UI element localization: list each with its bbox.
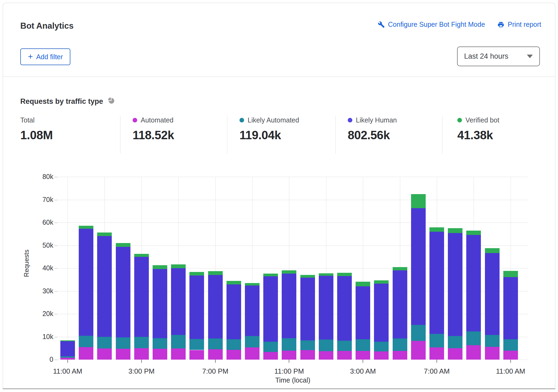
bar-segment-likely-human[interactable] [319, 276, 333, 340]
bar-segment-automated[interactable] [227, 350, 241, 360]
bar-segment-likely-automated[interactable] [189, 339, 204, 350]
bar-segment-likely-automated[interactable] [116, 337, 130, 349]
bar-segment-verified-bot[interactable] [263, 274, 278, 276]
bar-segment-likely-automated[interactable] [208, 338, 223, 349]
bar-segment-verified-bot[interactable] [300, 275, 315, 278]
bar-segment-likely-automated[interactable] [374, 342, 389, 351]
bar-segment-likely-human[interactable] [263, 276, 278, 342]
bar-segment-verified-bot[interactable] [60, 340, 75, 341]
bar-segment-verified-bot[interactable] [503, 271, 518, 277]
bar-segment-likely-automated[interactable] [227, 339, 241, 350]
bar-segment-likely-human[interactable] [189, 275, 204, 339]
bar-segment-likely-automated[interactable] [153, 338, 167, 349]
bar-segment-likely-automated[interactable] [245, 336, 260, 347]
bar-segment-likely-automated[interactable] [429, 334, 444, 347]
configure-super-bot-fight-mode-link[interactable]: Configure Super Bot Fight Mode [378, 21, 485, 28]
bar-segment-likely-human[interactable] [393, 270, 407, 339]
bar-segment-verified-bot[interactable] [411, 194, 426, 208]
bar-segment-verified-bot[interactable] [227, 281, 241, 284]
stat-total[interactable]: Total1.08M [20, 116, 53, 142]
bar-segment-automated[interactable] [97, 348, 112, 360]
bar-segment-verified-bot[interactable] [134, 254, 149, 257]
bar-segment-likely-automated[interactable] [79, 336, 93, 347]
bar-segment-verified-bot[interactable] [79, 226, 93, 229]
bar-segment-verified-bot[interactable] [356, 282, 370, 286]
bar-segment-verified-bot[interactable] [466, 231, 481, 235]
bar-segment-likely-human[interactable] [208, 275, 223, 339]
bar-segment-likely-human[interactable] [282, 274, 296, 338]
bar-segment-automated[interactable] [337, 351, 352, 360]
bar-segment-automated[interactable] [429, 347, 444, 360]
bar-segment-automated[interactable] [116, 349, 130, 360]
bar-segment-likely-human[interactable] [153, 269, 167, 338]
bar-segment-automated[interactable] [282, 351, 296, 360]
bar-segment-automated[interactable] [171, 348, 186, 360]
print-report-link[interactable]: Print report [497, 21, 541, 28]
bar-segment-likely-human[interactable] [356, 286, 370, 339]
bar-segment-automated[interactable] [503, 351, 518, 360]
bar-segment-automated[interactable] [134, 348, 149, 360]
bar-segment-likely-automated[interactable] [356, 339, 370, 351]
bar-segment-automated[interactable] [245, 347, 260, 360]
bar-segment-automated[interactable] [263, 352, 278, 360]
bar-segment-verified-bot[interactable] [153, 265, 167, 269]
bar-segment-automated[interactable] [60, 358, 75, 360]
bar-segment-automated[interactable] [374, 351, 389, 360]
bar-segment-automated[interactable] [319, 351, 333, 360]
bar-segment-likely-automated[interactable] [466, 331, 481, 345]
bar-segment-verified-bot[interactable] [393, 267, 407, 270]
bar-segment-verified-bot[interactable] [337, 273, 352, 276]
bar-segment-verified-bot[interactable] [189, 272, 204, 275]
bar-segment-likely-human[interactable] [448, 233, 462, 336]
bar-segment-likely-human[interactable] [79, 229, 93, 336]
bar-segment-automated[interactable] [208, 349, 223, 360]
bar-segment-likely-human[interactable] [245, 285, 260, 336]
add-filter-button[interactable]: + Add filter [20, 48, 70, 65]
bar-segment-likely-human[interactable] [429, 232, 444, 334]
bar-segment-likely-human[interactable] [466, 235, 481, 331]
bar-segment-likely-automated[interactable] [485, 335, 500, 347]
bar-segment-likely-automated[interactable] [134, 337, 149, 348]
bar-segment-likely-human[interactable] [227, 284, 241, 339]
bar-segment-likely-human[interactable] [97, 236, 112, 337]
bar-segment-likely-automated[interactable] [393, 338, 407, 351]
bar-segment-automated[interactable] [300, 350, 315, 360]
bar-segment-verified-bot[interactable] [282, 270, 296, 274]
bar-segment-likely-automated[interactable] [300, 340, 315, 350]
bar-segment-automated[interactable] [448, 348, 462, 360]
bar-segment-verified-bot[interactable] [374, 280, 389, 284]
bar-segment-likely-human[interactable] [374, 284, 389, 342]
bar-segment-likely-human[interactable] [171, 268, 186, 335]
bar-segment-likely-automated[interactable] [337, 341, 352, 351]
bar-segment-verified-bot[interactable] [485, 248, 500, 253]
bar-segment-likely-human[interactable] [503, 277, 518, 339]
stat-likely-automated[interactable]: Likely Automated119.04k [239, 116, 299, 142]
bar-segment-likely-human[interactable] [300, 278, 315, 340]
bar-segment-likely-automated[interactable] [263, 342, 278, 352]
bar-segment-automated[interactable] [356, 351, 370, 360]
bar-segment-automated[interactable] [393, 351, 407, 360]
bar-segment-likely-automated[interactable] [171, 335, 186, 348]
bar-segment-likely-human[interactable] [116, 247, 130, 337]
bar-segment-automated[interactable] [79, 347, 93, 360]
bar-segment-verified-bot[interactable] [208, 271, 223, 275]
bar-segment-likely-human[interactable] [60, 341, 75, 356]
bar-segment-likely-automated[interactable] [282, 338, 296, 351]
stat-verified-bot[interactable]: Verified bot41.38k [457, 116, 499, 142]
bar-segment-likely-human[interactable] [337, 276, 352, 341]
bar-segment-likely-automated[interactable] [503, 339, 518, 351]
bar-segment-automated[interactable] [485, 347, 500, 360]
bar-segment-likely-automated[interactable] [448, 336, 462, 348]
bar-segment-verified-bot[interactable] [171, 264, 186, 268]
bar-segment-likely-automated[interactable] [60, 356, 75, 358]
bar-segment-verified-bot[interactable] [448, 228, 462, 233]
bar-segment-verified-bot[interactable] [245, 283, 260, 285]
time-range-select[interactable]: Last 24 hours [457, 46, 540, 66]
bar-segment-verified-bot[interactable] [116, 243, 130, 247]
bar-segment-likely-human[interactable] [485, 253, 500, 335]
bar-segment-verified-bot[interactable] [319, 273, 333, 276]
stat-likely-human[interactable]: Likely Human802.56k [348, 116, 397, 142]
bar-segment-automated[interactable] [153, 349, 167, 360]
bar-segment-verified-bot[interactable] [429, 227, 444, 232]
bar-segment-likely-automated[interactable] [97, 337, 112, 348]
